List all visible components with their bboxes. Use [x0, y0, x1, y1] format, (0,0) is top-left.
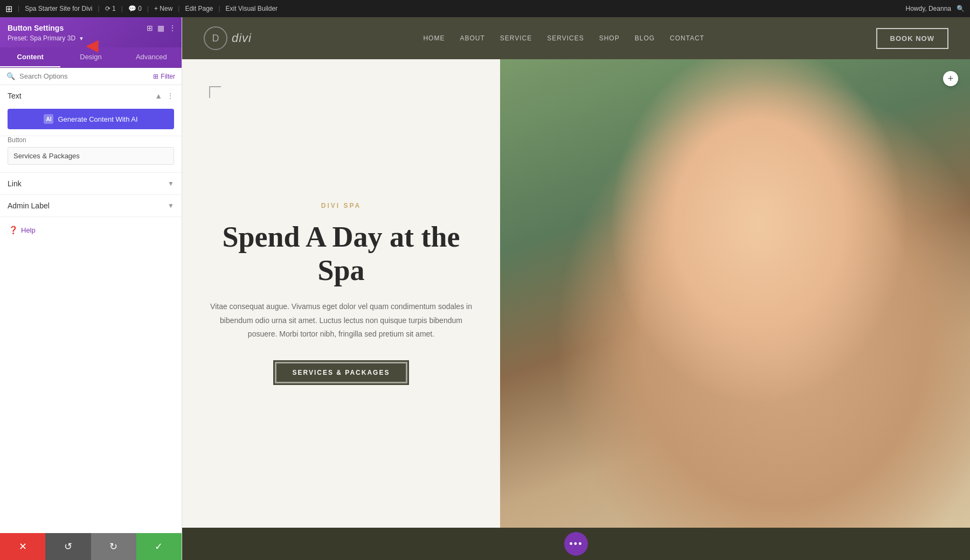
main-layout: Button Settings Preset: Spa Primary 3D ▼…: [0, 17, 970, 560]
hero-left: DIVI SPA Spend A Day at the Spa Vitae co…: [182, 59, 500, 528]
nav-about[interactable]: ABOUT: [460, 34, 484, 42]
book-now-button[interactable]: BOOK NOW: [876, 28, 948, 49]
tab-advanced[interactable]: Advanced: [121, 47, 182, 67]
page-bottom-bar: •••: [182, 528, 970, 560]
logo-circle-icon: D: [204, 26, 227, 50]
admin-bar: ⊞ | Spa Starter Site for Divi | ⟳ 1 | 💬 …: [0, 0, 970, 17]
nav-links: HOME ABOUT SERVICE SERVICES SHOP BLOG CO…: [423, 34, 704, 42]
panel-icon-more[interactable]: ⋮: [169, 24, 176, 32]
bottom-bar: ✕ ↺ ↻ ✓: [0, 533, 182, 560]
search-input[interactable]: [19, 72, 149, 80]
panel-tabs: Content Design Advanced: [0, 47, 182, 68]
hero-title: Spend A Day at the Spa: [209, 220, 473, 287]
add-element-button[interactable]: +: [943, 71, 958, 86]
nav-service[interactable]: SERVICE: [500, 34, 532, 42]
ai-generate-button[interactable]: AI Generate Content With AI: [8, 109, 174, 129]
panel-content: Text ▲ ⋮ AI Generate Content With AI But…: [0, 85, 182, 533]
nav-shop[interactable]: SHOP: [599, 34, 620, 42]
save-button[interactable]: ✓: [136, 533, 182, 560]
left-panel: Button Settings Preset: Spa Primary 3D ▼…: [0, 17, 182, 560]
admin-label-title: Admin Label: [8, 201, 50, 210]
text-section-header[interactable]: Text ▲ ⋮: [0, 85, 182, 107]
page-area: D divi HOME ABOUT SERVICE SERVICES SHOP …: [182, 17, 970, 560]
page-options-button[interactable]: •••: [564, 532, 588, 556]
site-name[interactable]: Spa Starter Site for Divi: [25, 5, 92, 12]
panel-search-area: 🔍 ⊞ Filter: [0, 68, 182, 85]
panel-preset[interactable]: Preset: Spa Primary 3D ▼: [8, 34, 174, 42]
panel-icon-columns[interactable]: ▦: [157, 24, 164, 32]
collapse-icon[interactable]: ▲: [155, 92, 162, 100]
filter-icon: ⊞: [153, 73, 158, 80]
hero-bracket-decoration: [209, 86, 221, 98]
redo-button[interactable]: ↻: [91, 533, 136, 560]
admin-label-chevron-icon: ▼: [168, 202, 174, 209]
exit-visual-builder-link[interactable]: Exit Visual Builder: [226, 5, 278, 12]
hero-image: [500, 59, 970, 528]
panel-icon-grid[interactable]: ⊞: [147, 24, 153, 32]
site-logo: D divi: [204, 26, 252, 50]
nav-contact[interactable]: CONTACT: [670, 34, 704, 42]
tab-content[interactable]: Content: [0, 47, 60, 67]
admin-label-section: Admin Label ▼: [0, 195, 182, 217]
hero-tag: DIVI SPA: [209, 202, 473, 209]
panel-header-icons: ⊞ ▦ ⋮: [147, 24, 176, 32]
text-section-title: Text: [8, 92, 22, 100]
link-section: Link ▼: [0, 173, 182, 195]
button-section: Button: [0, 136, 182, 173]
undo-button[interactable]: ↺: [45, 533, 91, 560]
logo-text: divi: [232, 31, 252, 45]
admin-label-header[interactable]: Admin Label ▼: [0, 195, 182, 216]
link-chevron-icon: ▼: [168, 180, 174, 187]
hero-content: DIVI SPA Spend A Day at the Spa Vitae co…: [209, 202, 473, 385]
link-section-header[interactable]: Link ▼: [0, 173, 182, 194]
filter-button[interactable]: ⊞ Filter: [153, 73, 175, 80]
tab-design[interactable]: Design: [60, 47, 121, 67]
nav-home[interactable]: HOME: [423, 34, 445, 42]
hero-cta-button[interactable]: SERVICES & PACKAGES: [273, 360, 410, 385]
edit-page-link[interactable]: Edit Page: [185, 5, 213, 12]
button-field-label: Button: [8, 136, 174, 144]
hero-description: Vitae consequat augue. Vivamus eget dolo…: [209, 300, 473, 341]
site-nav: D divi HOME ABOUT SERVICE SERVICES SHOP …: [182, 17, 970, 59]
hero-right: +: [500, 59, 970, 528]
nav-blog[interactable]: BLOG: [635, 34, 655, 42]
new-button[interactable]: + New: [154, 5, 172, 12]
preset-dropdown-icon: ▼: [79, 36, 84, 41]
wp-logo-icon[interactable]: ⊞: [5, 4, 12, 14]
help-section[interactable]: ❓ Help: [0, 217, 182, 243]
panel-header: Button Settings Preset: Spa Primary 3D ▼…: [0, 17, 182, 47]
howdy-text: Howdy, Deanna: [906, 5, 952, 12]
dots-icon: •••: [570, 538, 583, 550]
search-icon: 🔍: [6, 72, 15, 80]
ai-icon: AI: [44, 114, 53, 124]
close-button[interactable]: ✕: [0, 533, 45, 560]
comments-link[interactable]: 💬 0: [128, 5, 142, 12]
link-section-title: Link: [8, 179, 22, 188]
hero-section: DIVI SPA Spend A Day at the Spa Vitae co…: [182, 59, 970, 528]
admin-search-icon[interactable]: 🔍: [957, 5, 965, 12]
text-section: Text ▲ ⋮ AI Generate Content With AI: [0, 85, 182, 136]
help-icon: ❓: [9, 226, 18, 234]
section-menu-icon[interactable]: ⋮: [167, 92, 174, 100]
update-count[interactable]: ⟳ 1: [105, 5, 116, 12]
button-text-input[interactable]: [8, 147, 174, 165]
nav-services[interactable]: SERVICES: [547, 34, 584, 42]
